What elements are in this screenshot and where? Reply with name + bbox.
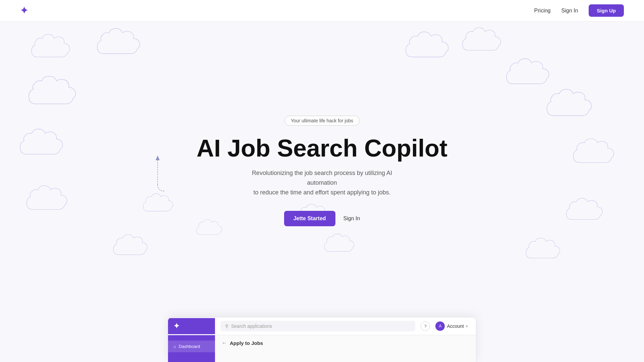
nav-right: Pricing Sign In Sign Up — [534, 4, 624, 17]
dashboard-main: ← Apply to Jobs — [215, 335, 476, 362]
sign-in-link[interactable]: Sign In — [561, 8, 578, 14]
dashboard-topbar: ✦ ⚲ Search applications ? A Account ▾ — [168, 317, 476, 335]
dashboard-sidebar-logo: ✦ — [173, 322, 179, 330]
logo[interactable]: ✦ — [20, 5, 27, 16]
get-started-button[interactable]: Jette Started — [284, 211, 335, 226]
navbar: ✦ Pricing Sign In Sign Up — [0, 0, 644, 21]
sign-up-button[interactable]: Sign Up — [589, 4, 624, 17]
hero-badge: Your ultimate life hack for jobs — [284, 116, 360, 126]
pricing-link[interactable]: Pricing — [534, 8, 551, 14]
dashboard-icon: ⌂ — [173, 344, 176, 349]
search-placeholder-text: Search applications — [231, 323, 272, 329]
hero-sign-in-button[interactable]: Sign In — [343, 216, 360, 222]
dashboard-preview: ✦ ⚲ Search applications ? A Account ▾ ⌂ … — [168, 317, 476, 362]
account-chevron-icon: ▾ — [466, 324, 468, 328]
search-bar[interactable]: ⚲ Search applications — [220, 321, 415, 331]
hero-section: Your ultimate life hack for jobs AI Job … — [0, 0, 644, 362]
help-button[interactable]: ? — [421, 321, 430, 331]
search-icon: ⚲ — [225, 323, 228, 329]
account-label: Account — [447, 323, 464, 329]
sidebar-dashboard-label: Dashboard — [179, 344, 200, 349]
hero-actions: Jette Started Sign In — [284, 211, 360, 226]
logo-icon: ✦ — [20, 5, 27, 16]
sidebar: ⌂ Dashboard — [168, 335, 215, 362]
sidebar-item-dashboard[interactable]: ⌂ Dashboard — [168, 341, 215, 352]
account-button[interactable]: A Account ▾ — [435, 321, 468, 331]
apply-to-jobs-label: Apply to Jobs — [230, 340, 263, 346]
hero-subtitle-line1: Revolutionizing the job search process b… — [252, 170, 392, 186]
hero-title: AI Job Search Copilot — [197, 135, 447, 162]
dashboard-body: ⌂ Dashboard ← Apply to Jobs — [168, 335, 476, 362]
back-arrow-icon[interactable]: ← — [222, 340, 227, 346]
hero-subtitle-line2: to reduce the time and effort spent appl… — [254, 189, 391, 196]
topbar-right: ? A Account ▾ — [421, 321, 468, 331]
account-avatar: A — [435, 321, 445, 331]
apply-header: ← Apply to Jobs — [222, 340, 469, 346]
hero-subtitle: Revolutionizing the job search process b… — [241, 168, 402, 197]
